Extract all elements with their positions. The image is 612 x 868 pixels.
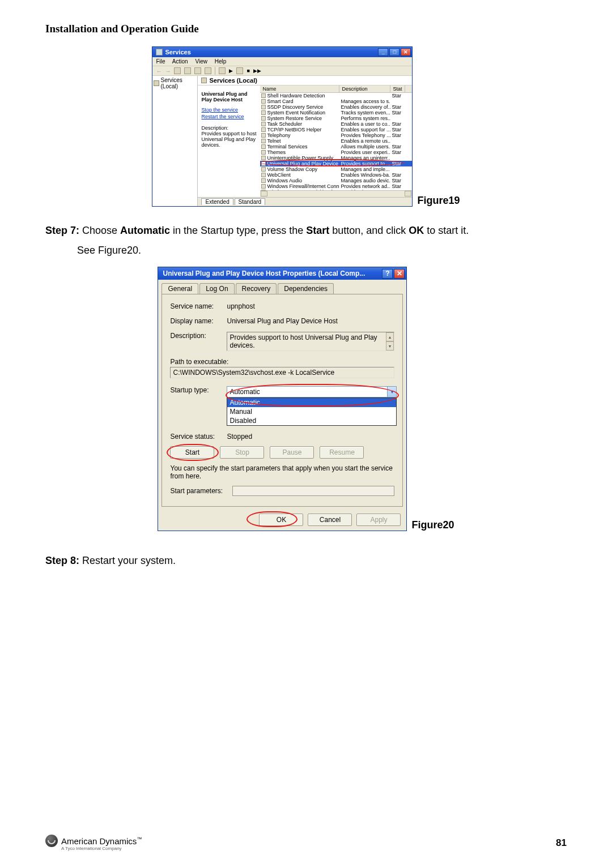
service-row[interactable]: ThemesProvides user experi...Star	[260, 149, 412, 155]
value-service-status: Stopped	[227, 433, 252, 441]
description-box: Provides support to host Universal Plug …	[227, 332, 394, 351]
logo-globe-icon	[45, 835, 58, 847]
service-row[interactable]: Terminal ServicesAllows multiple users..…	[260, 144, 412, 149]
detail-desc-label: Description:	[201, 125, 228, 131]
value-path: C:\WINDOWS\System32\svchost.exe -k Local…	[170, 367, 394, 378]
tab-general[interactable]: General	[162, 283, 198, 294]
figure20-label: Figure20	[411, 519, 454, 531]
scroll-left-icon[interactable]	[261, 191, 267, 196]
service-detail-pane: Universal Plug and Play Device Host Stop…	[198, 85, 260, 197]
maximize-button[interactable]: □	[389, 48, 400, 56]
services-app-icon	[156, 49, 163, 55]
services-window: Services _ □ ✕ File Action View Help ← →…	[152, 46, 413, 207]
service-row[interactable]: SSDP Discovery ServiceEnables discovery …	[260, 104, 412, 110]
scroll-down-icon[interactable]: ▾	[386, 341, 394, 350]
toolbar-icon[interactable]	[236, 67, 243, 74]
figure19-label: Figure19	[417, 195, 460, 207]
detail-desc: Provides support to host Universal Plug …	[201, 131, 256, 148]
service-row[interactable]: Smart CardManages access to s...	[260, 99, 412, 104]
properties-tabs: General Log On Recovery Dependencies	[162, 283, 403, 294]
toolbar-icon[interactable]	[194, 67, 201, 74]
apply-button: Apply	[356, 514, 401, 526]
cancel-button[interactable]: Cancel	[308, 514, 352, 526]
service-row[interactable]: System Restore ServicePerforms system re…	[260, 116, 412, 121]
service-row[interactable]: Universal Plug and Play Device HostProvi…	[260, 161, 412, 166]
step7-paragraph: Step 7: Choose Automatic in the Startup …	[45, 224, 567, 238]
tab-standard[interactable]: Standard	[235, 198, 266, 205]
service-row[interactable]: Volume Shadow CopyManages and imple...	[260, 166, 412, 172]
col-description[interactable]: Description	[339, 85, 390, 92]
restart-service-link[interactable]: Restart the service	[201, 114, 257, 119]
menu-action[interactable]: Action	[172, 58, 188, 65]
col-status[interactable]: Stat	[390, 85, 405, 92]
services-tree: Services (Local)	[152, 76, 198, 206]
value-service-name: upnphost	[227, 302, 394, 310]
tree-services-local[interactable]: Services (Local)	[154, 77, 196, 89]
stop-service-link[interactable]: Stop the service	[201, 107, 257, 113]
scroll-right-icon[interactable]	[405, 191, 411, 196]
services-menubar: File Action View Help	[152, 57, 412, 66]
service-row[interactable]: Shell Hardware DetectionStar	[260, 93, 412, 99]
option-manual[interactable]: Manual	[227, 407, 396, 416]
menu-view[interactable]: View	[195, 58, 207, 65]
service-row[interactable]: Task SchedulerEnables a user to co...Sta…	[260, 121, 412, 127]
start-button[interactable]: Start	[170, 446, 214, 459]
figure19-container: Services _ □ ✕ File Action View Help ← →…	[45, 46, 567, 207]
label-service-name: Service name:	[170, 302, 227, 310]
scroll-up-icon[interactable]: ▴	[386, 332, 394, 341]
service-row[interactable]: Windows Firewall/Internet Connecti...Pro…	[260, 183, 412, 189]
services-grid: Name Description Stat Shell Hardware Det…	[260, 85, 412, 197]
help-button[interactable]: ?	[382, 269, 393, 279]
startup-type-select[interactable]: Automatic ▾	[227, 386, 397, 397]
start-params-note: You can specify the start parameters tha…	[170, 464, 394, 480]
label-startup-type: Startup type:	[170, 386, 227, 394]
tab-logon[interactable]: Log On	[199, 283, 234, 294]
properties-titlebar: Universal Plug and Play Device Host Prop…	[158, 267, 406, 280]
toolbar-icon[interactable]	[174, 67, 181, 74]
close-button[interactable]: ✕	[401, 48, 411, 56]
col-name[interactable]: Name	[260, 85, 339, 92]
tab-dependencies[interactable]: Dependencies	[278, 283, 334, 294]
value-display-name: Universal Plug and Play Device Host	[227, 317, 394, 325]
footer-subtitle: A Tyco International Company	[61, 846, 142, 851]
label-service-status: Service status:	[170, 433, 227, 441]
service-row[interactable]: TelnetEnables a remote us...	[260, 138, 412, 144]
figure20-container: Universal Plug and Play Device Host Prop…	[45, 267, 567, 531]
option-disabled[interactable]: Disabled	[227, 416, 396, 425]
page-number: 81	[556, 837, 567, 849]
label-start-params: Start parameters:	[170, 487, 232, 495]
services-right-header: Services (Local)	[198, 76, 412, 85]
service-row[interactable]: TelephonyProvides Telephony ...Star	[260, 132, 412, 138]
start-params-input[interactable]	[232, 486, 394, 496]
toolbar-icon[interactable]	[219, 67, 226, 74]
footer-brand: American Dynamics™	[61, 836, 142, 846]
services-toolbar: ← → ▶ ■ ▶▶	[152, 66, 412, 76]
toolbar-icon[interactable]	[184, 67, 191, 74]
dropdown-arrow-icon[interactable]: ▾	[387, 387, 396, 397]
tab-recovery[interactable]: Recovery	[236, 283, 277, 294]
doc-title: Installation and Operation Guide	[45, 23, 567, 35]
service-row[interactable]: Uninterruptible Power SupplyManages an u…	[260, 155, 412, 161]
header-icon	[201, 78, 207, 83]
service-row[interactable]: Windows AudioManages audio devic...Star	[260, 178, 412, 183]
stop-button: Stop	[220, 446, 264, 459]
label-description: Description:	[170, 332, 227, 340]
general-panel: Service name: upnphost Display name: Uni…	[162, 294, 403, 507]
option-automatic[interactable]: Automatic	[227, 398, 396, 407]
menu-help[interactable]: Help	[215, 58, 227, 65]
pause-button: Pause	[270, 446, 314, 459]
startup-type-dropdown: Automatic Manual Disabled	[227, 397, 397, 426]
tab-extended[interactable]: Extended	[201, 198, 233, 205]
service-row[interactable]: WebClientEnables Windows-ba...Star	[260, 172, 412, 178]
page-footer: American Dynamics™ A Tyco International …	[45, 835, 567, 851]
service-row[interactable]: TCP/IP NetBIOS HelperEnables support for…	[260, 127, 412, 132]
ok-button[interactable]: OK	[259, 514, 303, 526]
menu-file[interactable]: File	[156, 58, 165, 65]
toolbar-icon[interactable]	[205, 67, 211, 74]
services-bottom-tabs: Extended Standard	[198, 197, 412, 206]
service-row[interactable]: System Event NotificationTracks system e…	[260, 110, 412, 116]
close-button[interactable]: ✕	[394, 269, 405, 279]
label-path: Path to executable:	[170, 358, 394, 366]
minimize-button[interactable]: _	[378, 48, 388, 56]
step7-see: See Figure20.	[77, 245, 567, 256]
